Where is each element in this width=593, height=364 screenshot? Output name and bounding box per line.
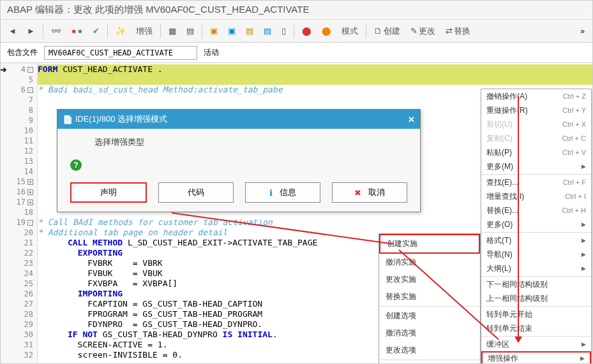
submenu-arrow-icon: ▶ [582, 341, 586, 347]
separator [107, 24, 108, 38]
context-menu-item[interactable]: 增量查找(I)Ctrl + I [481, 189, 591, 203]
context-menu-item[interactable]: 格式(T)▶ [481, 233, 591, 247]
separator [481, 306, 591, 307]
tool3-icon[interactable]: ▣ [206, 24, 221, 38]
code-line[interactable] [38, 75, 592, 85]
context-menu-item[interactable]: 更多(M)▶ [481, 159, 591, 173]
enhancement-context-menu: 创建实施撤消实施更改实施替换实施创建选项撤消选项更改选项显示隐式增强选项隐藏隐式… [379, 233, 481, 364]
tool7-icon[interactable]: ▯ [278, 24, 290, 38]
tool4-icon[interactable]: ▣ [224, 24, 239, 38]
replace-button[interactable]: ⇄ 替换 [442, 23, 474, 40]
context-menu-item[interactable]: 大纲(L)▶ [481, 261, 591, 275]
doc-icon: 📄 [63, 115, 73, 124]
back-icon[interactable]: ◄ [4, 24, 20, 38]
menu-label: 剪切(U) [486, 119, 513, 130]
menu-label: 缓冲区 [486, 339, 509, 350]
line-number: 25 [1, 279, 37, 289]
line-number: 17+ [1, 197, 37, 207]
submenu-arrow-icon: ▶ [582, 221, 586, 228]
context-menu-item[interactable]: 转到单元结束 [481, 321, 591, 335]
line-number: 12 [1, 146, 37, 156]
context-menu-item[interactable]: 更改选项 [379, 342, 480, 359]
shortcut-text: Ctrl + Y [562, 106, 586, 114]
line-number: 13 [1, 156, 37, 166]
tool1-icon[interactable]: ▦ [165, 24, 180, 38]
enhance-button[interactable]: 增强 [132, 23, 156, 40]
context-menu-item[interactable]: 重做操作(R)Ctrl + Y [481, 103, 591, 117]
forward-icon[interactable]: ► [23, 24, 39, 38]
line-number: 32 [1, 350, 37, 360]
declare-button[interactable]: 声明 [70, 182, 147, 203]
cancel-button[interactable]: ✖ 取消 [332, 182, 407, 203]
include-file-input[interactable] [44, 46, 197, 60]
context-menu-item[interactable]: 查找(E)...Ctrl + F [481, 175, 591, 189]
context-menu-item[interactable]: 更多(O)▶ [481, 217, 591, 231]
context-menu-item[interactable]: 显示隐式增强选项 [379, 361, 480, 364]
context-menu-item[interactable]: 撤消实施 [379, 254, 480, 271]
display-icon[interactable]: 👓 [47, 24, 65, 38]
context-menu-item[interactable]: 替换实施 [379, 288, 480, 305]
context-menu-item[interactable]: 创建实施 [379, 234, 480, 254]
close-icon[interactable]: ✕ [408, 115, 415, 124]
red-icon[interactable]: ⬤ [298, 24, 315, 38]
context-menu-item[interactable]: 上一相同结构级别 [481, 291, 591, 305]
orange-icon[interactable]: ⬤ [318, 24, 335, 38]
line-number: 27 [1, 299, 37, 309]
change-button[interactable]: ✎ 更改 [407, 23, 439, 40]
dialog-title: IDE(1)/800 选择增强模式 [75, 113, 167, 125]
fold-icon[interactable]: + [27, 179, 33, 185]
fold-icon[interactable]: + [27, 189, 33, 195]
wand-icon[interactable]: ✨ [112, 24, 130, 38]
question-icon: ? [70, 159, 82, 171]
info-button[interactable]: ℹ 信息 [245, 182, 320, 203]
separator [160, 24, 161, 38]
title-text: ABAP 编辑器：更改 此项的增强 MV60AF0C_CUST_HEAD_ACT… [7, 4, 309, 16]
menu-label: 转到单元结束 [486, 323, 532, 334]
line-number: 23 [1, 258, 37, 268]
context-menu-item[interactable]: 更改实施 [379, 271, 480, 288]
context-menu-item[interactable]: 粘贴(P)Ctrl + V [481, 145, 591, 159]
mode-button[interactable]: 模式 [338, 23, 362, 40]
line-number: 8 [1, 105, 37, 115]
menu-label: 下一相同结构级别 [486, 279, 548, 290]
line-number: 28 [1, 309, 37, 319]
separator [481, 336, 591, 337]
menu-label: 转到单元开始 [486, 309, 532, 320]
create-button[interactable]: 🗋 创建 [370, 23, 404, 40]
fold-icon[interactable]: + [27, 200, 33, 205]
context-menu-item[interactable]: 替换(E)...Ctrl + H [481, 203, 591, 217]
fold-icon[interactable]: - [27, 67, 33, 73]
file-row: 包含文件 活动 [1, 43, 592, 63]
menu-label: 复制(C) [486, 133, 513, 144]
fold-icon[interactable]: - [27, 220, 33, 226]
line-number: 15+ [1, 177, 37, 187]
fold-icon[interactable]: - [27, 87, 33, 93]
context-menu-item[interactable]: 撤消选项 [379, 324, 480, 342]
context-menu-item[interactable]: 导航(N)▶ [481, 247, 591, 261]
context-menu-item[interactable]: 撤销操作(A)Ctrl + Z [481, 89, 591, 103]
context-menu-item[interactable]: 转到单元开始 [481, 307, 591, 321]
code-button[interactable]: 代码 [158, 182, 234, 203]
tool5-icon[interactable]: ▤ [242, 24, 257, 38]
dialog-buttons: 声明 代码 ℹ 信息 ✖ 取消 [57, 175, 420, 212]
enhancement-mode-dialog: 📄 IDE(1)/800 选择增强模式 ✕ 选择增强类型 ? 声明 代码 ℹ 信… [57, 109, 421, 212]
line-number: 21 [1, 238, 37, 248]
line-number: 30 [1, 330, 37, 340]
activate-icon[interactable]: ●● [68, 24, 87, 38]
pointer-icon: ➔ [0, 64, 7, 75]
line-number: 31 [1, 340, 37, 350]
overflow-icon[interactable]: » [576, 25, 589, 37]
check-icon[interactable]: ✔ [89, 24, 103, 38]
separator [202, 24, 202, 38]
code-line[interactable]: FORM CUST_HEAD_ACTIVATE . [38, 64, 592, 75]
menu-label: 增强操作 [488, 353, 518, 364]
menu-label: 更多(M) [486, 161, 513, 172]
tool6-icon[interactable]: ▤ [260, 24, 275, 38]
context-menu-item[interactable]: 增强操作▶ [481, 351, 591, 364]
line-number: 10 [1, 126, 37, 136]
tool2-icon[interactable]: ▤ [183, 24, 198, 38]
context-menu-item[interactable]: 下一相同结构级别 [481, 277, 591, 291]
menu-label: 导航(N) [486, 249, 513, 260]
shortcut-text: Ctrl + C [562, 135, 586, 142]
submenu-arrow-icon: ▶ [582, 251, 586, 258]
